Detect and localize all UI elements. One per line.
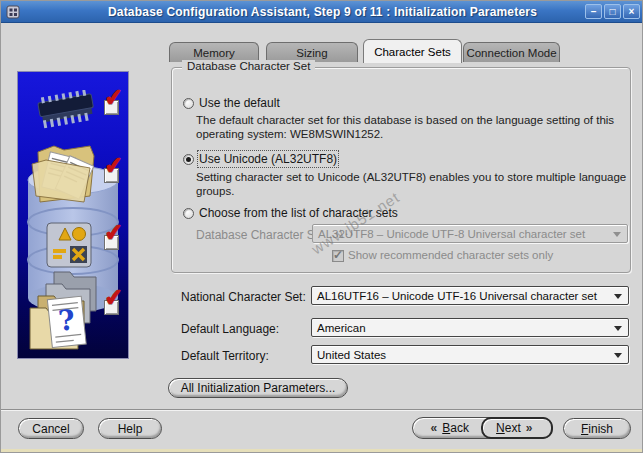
window-bottom-edge <box>1 449 643 452</box>
default-language-value: American <box>317 322 366 334</box>
cancel-button[interactable]: Cancel <box>18 418 84 439</box>
database-character-set-value: AL32UTF8 – Unicode UTF-8 Universal chara… <box>318 228 585 240</box>
memory-chip-icon <box>32 90 104 136</box>
radio-use-default-label[interactable]: Use the default <box>199 96 280 110</box>
default-language-select[interactable]: American <box>311 318 629 337</box>
step-checkbox-2 <box>104 168 119 183</box>
tab-memory[interactable]: Memory <box>169 42 259 62</box>
all-initialization-parameters-button[interactable]: All Initialization Parameters... <box>168 378 348 398</box>
back-chevron-icon: « <box>426 421 443 435</box>
radio-choose-from-list-label[interactable]: Choose from the list of character sets <box>199 206 398 220</box>
maximize-icon[interactable]: □ <box>604 4 621 19</box>
national-character-set-value: AL16UTF16 – Unicode UTF-16 Universal cha… <box>317 290 597 302</box>
chevron-down-icon <box>613 232 621 237</box>
chevron-down-icon <box>614 294 622 299</box>
dbca-window: Database Configuration Assistant, Step 9… <box>0 0 643 453</box>
radio-use-unicode[interactable] <box>183 154 194 165</box>
tab-character-sets[interactable]: Character Sets <box>363 39 462 63</box>
default-language-label: Default Language: <box>181 322 279 336</box>
help-button[interactable]: Help <box>98 418 162 439</box>
radio-use-unicode-label[interactable]: Use Unicode (AL32UTF8) <box>199 152 337 166</box>
back-button[interactable]: « Back <box>413 418 482 438</box>
back-label: Back <box>442 421 469 435</box>
default-territory-select[interactable]: United States <box>311 345 629 364</box>
radio-use-default[interactable] <box>183 98 194 109</box>
next-button[interactable]: Next » <box>481 417 554 439</box>
database-character-set-select: AL32UTF8 – Unicode UTF-8 Universal chara… <box>312 224 628 243</box>
back-next-group: « Back Next » <box>412 417 553 439</box>
next-label: Next <box>496 421 521 435</box>
chevron-down-icon <box>614 326 622 331</box>
default-territory-label: Default Territory: <box>181 349 269 363</box>
minimize-icon[interactable]: – <box>585 4 602 19</box>
tab-connection-mode[interactable]: Connection Mode <box>463 42 560 62</box>
database-shapes-icon <box>46 222 92 268</box>
default-territory-value: United States <box>317 349 386 361</box>
next-chevron-icon: » <box>521 421 538 435</box>
svg-text:?: ? <box>57 303 77 338</box>
step-checkbox-3 <box>104 235 119 250</box>
use-default-description: The default character set for this datab… <box>196 113 640 141</box>
wizard-sidebar-graphic: ? ✔ ✔ ✔ ✔ <box>17 71 129 359</box>
finish-label: Finish <box>581 422 613 436</box>
chevron-down-icon <box>614 353 622 358</box>
finish-button[interactable]: Finish <box>563 418 631 439</box>
checkbox-check-icon: ✓ <box>333 248 343 262</box>
close-icon[interactable]: × <box>623 4 640 19</box>
step-checkbox-4 <box>104 300 119 315</box>
documents-folder-icon <box>26 138 102 214</box>
window-title: Database Configuration Assistant, Step 9… <box>1 5 643 19</box>
window-titlebar: Database Configuration Assistant, Step 9… <box>1 1 643 23</box>
national-character-set-select[interactable]: AL16UTF16 – Unicode UTF-16 Universal cha… <box>311 286 629 305</box>
use-unicode-description: Setting character set to Unicode (AL32UT… <box>196 170 640 198</box>
national-character-set-label: National Character Set: <box>181 290 306 304</box>
radio-choose-from-list[interactable] <box>183 208 194 219</box>
show-recommended-label: Show recommended character sets only <box>348 249 553 261</box>
database-character-set-label: Database Character Set: <box>196 228 328 242</box>
group-legend: Database Character Set <box>182 60 315 72</box>
footer-separator <box>1 409 643 411</box>
database-character-set-group: Database Character Set Use the default T… <box>171 67 631 273</box>
tab-sizing[interactable]: Sizing <box>266 42 358 62</box>
show-recommended-checkbox: ✓ <box>332 250 344 262</box>
step-checkbox-1 <box>104 100 119 115</box>
